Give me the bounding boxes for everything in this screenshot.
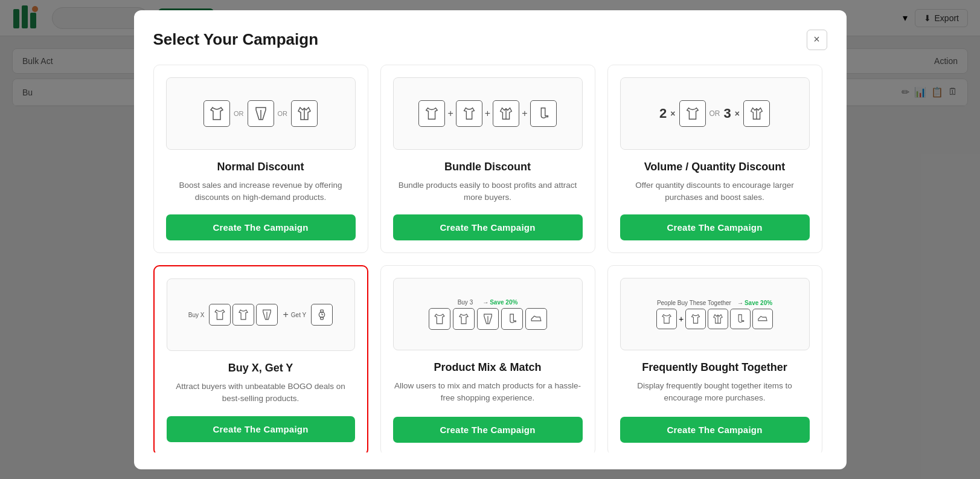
bxgy-watch-icon [311, 304, 333, 326]
bxgy-shirt-icon [209, 304, 231, 326]
volume-jacket-icon [743, 100, 770, 127]
campaign-card-volume-discount: 2 × OR 3 × [607, 65, 822, 254]
bxgy-tshirt-icon [232, 304, 254, 326]
modal-close-button[interactable]: × [807, 30, 827, 50]
volume-discount-create-button[interactable]: Create The Campaign [620, 214, 810, 240]
fbt-shirt-icon [656, 309, 677, 329]
fbt-title: Frequently Bought Together [642, 361, 787, 374]
mix-title: Product Mix & Match [434, 361, 541, 374]
fbt-description: Display frequently bought together items… [620, 380, 810, 406]
normal-discount-title: Normal Discount [217, 161, 304, 173]
modal-header: Select Your Campaign × [153, 30, 827, 50]
campaign-modal: Select Your Campaign × [134, 10, 847, 469]
jacket-icon [291, 100, 318, 127]
bxgy-title: Buy X, Get Y [228, 362, 293, 375]
modal-title: Select Your Campaign [153, 30, 319, 49]
bxgy-illustration: Buy X [167, 278, 355, 351]
fbt-shoe-icon [752, 309, 773, 329]
mix-illustration: Buy 3 → Save 20% [393, 278, 583, 350]
volume-discount-title: Volume / Quantity Discount [644, 161, 786, 173]
bundle-discount-create-button[interactable]: Create The Campaign [393, 214, 583, 240]
mix-shoe-icon [525, 308, 547, 330]
mix-socks-icon [501, 308, 523, 330]
fbt-socks-icon [730, 309, 751, 329]
campaign-card-fbt: People Buy These Together → Save 20% [607, 265, 822, 452]
fbt-tshirt-icon [685, 309, 706, 329]
mix-description: Allow users to mix and match products fo… [393, 380, 583, 406]
normal-discount-create-button[interactable]: Create The Campaign [166, 214, 356, 240]
modal-overlay: Select Your Campaign × [0, 0, 980, 479]
campaign-card-bundle-discount: + + [380, 65, 595, 254]
fbt-illustration: People Buy These Together → Save 20% [620, 278, 810, 350]
highlight-arrow [153, 408, 154, 418]
shirt-icon [203, 100, 230, 127]
bundle-shirt-icon [418, 100, 445, 127]
bundle-tshirt-icon [456, 100, 482, 127]
mix-shirt-icon [429, 308, 450, 330]
bundle-socks-icon [530, 100, 557, 127]
bundle-jacket-icon [493, 100, 519, 127]
fbt-create-button[interactable]: Create The Campaign [620, 417, 810, 443]
fbt-jacket-icon [708, 309, 728, 329]
pants-icon [248, 100, 274, 127]
mix-create-button[interactable]: Create The Campaign [393, 417, 583, 443]
mix-pants-icon [477, 308, 499, 330]
campaign-card-buy-x-get-y: Buy X [153, 265, 368, 452]
campaign-card-normal-discount: OR OR [153, 65, 368, 254]
normal-discount-illustration: OR OR [166, 77, 356, 150]
volume-discount-description: Offer quantity discounts to encourage la… [620, 179, 810, 204]
bxgy-description: Attract buyers with unbeatable BOGO deal… [167, 381, 355, 405]
bxgy-create-button[interactable]: Create The Campaign [167, 416, 355, 442]
normal-discount-description: Boost sales and increase revenue by offe… [166, 179, 356, 204]
campaign-grid: OR OR [153, 65, 822, 452]
bundle-discount-illustration: + + [393, 77, 583, 150]
bundle-discount-description: Bundle products easily to boost profits … [393, 179, 583, 204]
bxgy-pants-icon [256, 304, 278, 326]
bundle-discount-title: Bundle Discount [444, 161, 531, 173]
volume-discount-illustration: 2 × OR 3 × [620, 77, 810, 150]
campaign-card-product-mix: Buy 3 → Save 20% [380, 265, 595, 452]
volume-shirt-icon [679, 100, 706, 127]
modal-body[interactable]: OR OR [153, 65, 827, 452]
mix-tshirt-icon [453, 308, 475, 330]
